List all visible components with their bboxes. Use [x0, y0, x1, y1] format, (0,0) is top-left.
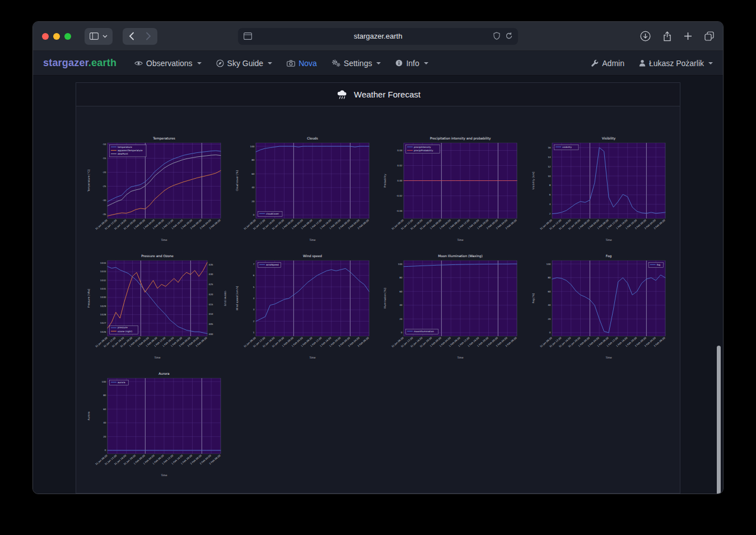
sidebar-icon: [90, 32, 99, 40]
svg-text:Time: Time: [309, 356, 315, 359]
privacy-shield-icon[interactable]: [493, 32, 500, 40]
svg-text:425: 425: [209, 283, 213, 286]
nav-admin-label: Admin: [602, 59, 624, 68]
nav-settings-label: Settings: [344, 59, 372, 68]
svg-text:1033: 1033: [100, 270, 106, 273]
nav-sky-guide-label: Sky Guide: [227, 59, 264, 68]
close-window-button[interactable]: [42, 33, 49, 40]
svg-text:0.04: 0.04: [397, 149, 403, 152]
svg-text:-10: -10: [102, 143, 106, 146]
svg-text:2: 2: [549, 212, 551, 215]
nav-admin[interactable]: Admin: [591, 59, 624, 68]
chart-pressure-ozone: 31 Jan 08:0031 Jan 12:0031 Jan 16:0031 J…: [85, 252, 226, 364]
svg-text:1029: 1029: [100, 305, 106, 308]
chart-fog: 31 Jan 08:0031 Jan 12:0031 Jan 16:0031 J…: [530, 252, 671, 364]
forward-button[interactable]: [146, 32, 151, 40]
nav-user-menu[interactable]: Łukasz Pożarlik: [639, 59, 713, 68]
svg-text:80: 80: [251, 159, 255, 161]
chart-aurora: 31 Jan 08:0031 Jan 12:0031 Jan 16:0031 J…: [85, 370, 226, 482]
svg-text:moonIllumination: moonIllumination: [414, 330, 434, 333]
nav-observations-label: Observations: [146, 59, 192, 68]
card-title: Weather Forecast: [354, 90, 421, 99]
chevron-down-icon: [424, 62, 428, 64]
svg-text:400: 400: [209, 333, 213, 336]
svg-text:-20: -20: [102, 171, 106, 174]
site-navbar: stargazer.earth Observations Sky Guide: [33, 51, 723, 76]
brand-secondary: .earth: [88, 57, 116, 68]
svg-text:100: 100: [250, 145, 254, 148]
svg-text:temperature: temperature: [118, 146, 132, 148]
svg-text:fog: fog: [657, 263, 661, 266]
svg-text:Temperature [°C]: Temperature [°C]: [87, 169, 90, 192]
chart-precipitation: 31 Jan 08:0031 Jan 12:0031 Jan 16:0031 J…: [381, 134, 522, 246]
svg-text:Time: Time: [160, 474, 167, 477]
user-icon: [639, 59, 646, 67]
svg-text:Aurora: Aurora: [87, 412, 90, 421]
svg-text:windSpeed: windSpeed: [266, 263, 279, 266]
back-button[interactable]: [129, 32, 134, 40]
svg-text:12: 12: [548, 165, 551, 168]
tab-overview-icon[interactable]: [704, 31, 714, 41]
chevron-down-icon: [268, 62, 272, 64]
svg-text:2: 2: [253, 320, 254, 323]
site-logo[interactable]: stargazer.earth: [43, 57, 116, 69]
svg-text:100: 100: [102, 380, 106, 383]
zoom-window-button[interactable]: [64, 33, 71, 40]
svg-text:60: 60: [251, 173, 255, 175]
svg-text:20: 20: [399, 318, 403, 320]
scrollbar-thumb[interactable]: [717, 346, 721, 494]
svg-text:Time: Time: [309, 239, 315, 241]
svg-text:415: 415: [209, 303, 213, 306]
reload-icon[interactable]: [505, 32, 513, 40]
svg-text:20: 20: [103, 435, 106, 438]
svg-text:Cloud cover [%]: Cloud cover [%]: [236, 170, 239, 191]
svg-text:435: 435: [209, 263, 213, 266]
svg-text:405: 405: [209, 323, 213, 325]
svg-text:-0.02: -0.02: [396, 194, 403, 197]
svg-text:precipIntensity: precipIntensity: [414, 146, 431, 148]
charts-grid: 31 Jan 08:0031 Jan 12:0031 Jan 16:0031 J…: [76, 106, 680, 493]
svg-text:Time: Time: [153, 356, 160, 359]
nav-info[interactable]: Info: [395, 59, 428, 68]
svg-text:dewPoint: dewPoint: [118, 152, 128, 155]
new-tab-icon[interactable]: [684, 32, 692, 40]
svg-text:Time: Time: [605, 356, 612, 359]
address-bar[interactable]: stargazer.earth: [238, 28, 518, 45]
svg-text:0: 0: [253, 213, 254, 216]
nav-nova[interactable]: Nova: [287, 59, 317, 68]
svg-text:Clouds: Clouds: [307, 137, 318, 140]
svg-text:430: 430: [209, 273, 213, 276]
card-header: Weather Forecast: [76, 83, 680, 106]
svg-text:-15: -15: [102, 157, 106, 160]
svg-text:-35: -35: [102, 213, 106, 216]
svg-text:Fog: Fog: [606, 254, 612, 258]
nav-info-label: Info: [406, 59, 419, 68]
svg-text:80: 80: [399, 276, 403, 279]
nav-sky-guide[interactable]: Sky Guide: [216, 59, 273, 68]
downloads-icon[interactable]: [640, 31, 651, 41]
svg-text:Wind speed [km/h]: Wind speed [km/h]: [236, 286, 239, 311]
weather-forecast-card: Weather Forecast 31 Jan 08:0031 Jan 12:0…: [76, 82, 680, 494]
svg-text:4: 4: [253, 297, 254, 300]
svg-text:Time: Time: [605, 239, 612, 241]
svg-text:80: 80: [548, 276, 551, 279]
svg-text:410: 410: [209, 313, 213, 315]
svg-text:Pressure [hPa]: Pressure [hPa]: [87, 289, 90, 308]
svg-text:5: 5: [253, 286, 254, 289]
svg-text:cloudCover: cloudCover: [266, 212, 279, 215]
svg-text:-30: -30: [102, 199, 106, 202]
svg-text:0: 0: [549, 331, 551, 334]
svg-text:aurora: aurora: [118, 381, 125, 384]
cloud-rain-icon: [335, 90, 349, 100]
svg-text:Illumination [%]: Illumination [%]: [384, 288, 386, 309]
svg-text:0.00: 0.00: [397, 179, 403, 182]
nav-observations[interactable]: Observations: [134, 59, 201, 68]
minimize-window-button[interactable]: [53, 33, 60, 40]
share-icon[interactable]: [663, 31, 671, 41]
nav-settings[interactable]: Settings: [332, 59, 381, 68]
chevron-down-icon: [708, 62, 713, 64]
svg-text:1032: 1032: [100, 279, 106, 282]
nav-user-label: Łukasz Pożarlik: [649, 59, 704, 68]
svg-text:Aurora: Aurora: [158, 372, 170, 375]
sidebar-toggle-button[interactable]: [85, 28, 113, 45]
